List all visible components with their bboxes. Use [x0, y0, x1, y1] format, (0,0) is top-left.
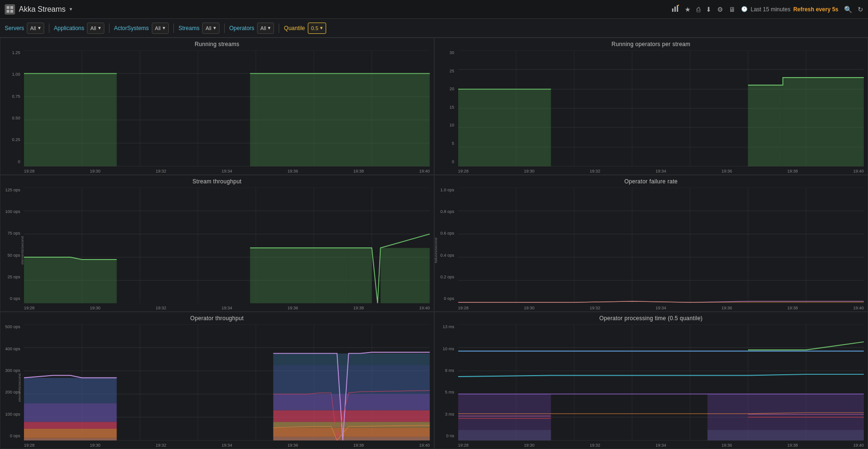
- operator-processing-time-svg: [458, 324, 864, 441]
- svg-marker-89: [273, 354, 430, 365]
- applications-dropdown[interactable]: All ▾: [87, 23, 104, 34]
- download-icon[interactable]: ⬇: [706, 6, 712, 13]
- operator-throughput-title: Operator throughput: [0, 312, 434, 323]
- quantile-dropdown[interactable]: 0.5 ▾: [308, 23, 326, 34]
- svg-rect-2: [7, 10, 9, 13]
- operator-throughput-svg: [24, 324, 430, 441]
- app-title: Akka Streams: [19, 5, 66, 14]
- running-streams-chart: 1.25 1.00 0.75 0.50 0.25 0: [0, 48, 434, 174]
- operator-processing-time-x-axis: 19:28 19:30 19:32 19:34 19:36 19:38 19:4…: [458, 443, 864, 448]
- svg-marker-20: [24, 73, 117, 166]
- top-bar: Akka Streams ▾ ★ ⎙ ⬇ ⚙ 🖥 🕐 Last 15 minut…: [0, 0, 868, 19]
- operator-throughput-panel: Operator throughput 500 ops 400 ops 300 …: [0, 312, 434, 449]
- svg-marker-37: [782, 78, 864, 166]
- title-dropdown-arrow[interactable]: ▾: [70, 6, 72, 12]
- applications-label[interactable]: Applications: [54, 25, 85, 32]
- bar-chart-icon[interactable]: [672, 5, 679, 14]
- running-operators-x-axis: 19:28 19:30 19:32 19:34 19:36 19:38 19:4…: [458, 169, 864, 173]
- streams-dropdown[interactable]: All ▾: [202, 23, 219, 34]
- svg-rect-7: [678, 5, 679, 6]
- operators-dropdown[interactable]: All ▾: [257, 23, 274, 34]
- operator-failure-rate-chart: 1.0 ops 0.8 ops 0.6 ops 0.4 ops 0.2 ops …: [435, 186, 868, 312]
- sep1: [49, 24, 49, 33]
- failure-rate-y-label: failures/second: [434, 238, 438, 263]
- operator-throughput-x-axis: 19:28 19:30 19:32 19:34 19:36 19:38 19:4…: [24, 443, 430, 448]
- svg-marker-86: [273, 410, 430, 422]
- svg-marker-80: [24, 422, 117, 429]
- running-operators-title: Running operators per stream: [435, 38, 868, 48]
- search-icon[interactable]: 🔍: [844, 6, 852, 13]
- stream-throughput-panel: Stream throughput 125 ops 100 ops 75 ops…: [0, 175, 434, 312]
- svg-marker-79: [24, 429, 117, 438]
- servers-dropdown[interactable]: All ▾: [27, 23, 44, 34]
- operator-failure-rate-x-axis: 19:28 19:30 19:32 19:34 19:36 19:38 19:4…: [458, 306, 864, 310]
- operator-failure-rate-title: Operator failure rate: [435, 175, 868, 186]
- svg-marker-84: [273, 428, 430, 437]
- running-operators-chart: 30 25 20 15 10 5 0: [435, 48, 868, 174]
- quantile-label[interactable]: Quantile: [284, 25, 305, 32]
- svg-rect-1: [10, 6, 13, 9]
- operator-failure-rate-svg: [458, 188, 864, 304]
- stream-throughput-svg: [24, 188, 430, 304]
- svg-marker-83: [273, 437, 430, 441]
- sep3: [173, 24, 174, 33]
- sep5: [279, 24, 279, 33]
- svg-rect-6: [677, 5, 678, 12]
- streams-label[interactable]: Streams: [179, 25, 200, 32]
- running-operators-panel: Running operators per stream 30 25 20 15…: [434, 38, 868, 175]
- running-operators-svg: [458, 50, 864, 166]
- running-streams-y-axis: 1.25 1.00 0.75 0.50 0.25 0: [1, 50, 22, 164]
- actorsystems-dropdown[interactable]: All ▾: [152, 23, 169, 34]
- filter-bar: Servers All ▾ Applications All ▾ ActorSy…: [0, 19, 868, 38]
- monitor-icon[interactable]: 🖥: [729, 6, 735, 13]
- svg-marker-52: [349, 248, 372, 303]
- op-throughput-y-label: elements/second: [17, 373, 22, 402]
- svg-marker-21: [250, 73, 430, 166]
- svg-rect-0: [7, 6, 9, 9]
- svg-rect-5: [674, 7, 676, 12]
- sep4: [224, 24, 225, 33]
- svg-marker-78: [24, 438, 117, 441]
- share-icon[interactable]: ⎙: [696, 6, 700, 13]
- operator-processing-time-title: Operator processing time (0.5 quantile): [435, 312, 868, 323]
- operators-label[interactable]: Operators: [229, 25, 254, 32]
- refresh-interval: Refresh every 5s: [793, 6, 838, 13]
- svg-marker-35: [458, 89, 551, 166]
- refresh-info: 🕐 Last 15 minutes Refresh every 5s: [741, 6, 838, 13]
- running-streams-x-axis: 19:28 19:30 19:32 19:34 19:36 19:38 19:4…: [24, 169, 430, 173]
- running-streams-svg: [24, 50, 430, 166]
- dashboard: Running streams 1.25 1.00 0.75 0.50 0.25…: [0, 38, 868, 449]
- svg-marker-104: [458, 430, 551, 441]
- svg-marker-81: [24, 403, 117, 422]
- sep2: [109, 24, 109, 33]
- stream-throughput-x-axis: 19:28 19:30 19:32 19:34 19:36 19:38 19:4…: [24, 306, 430, 310]
- refresh-label: Last 15 minutes: [751, 6, 790, 13]
- servers-label[interactable]: Servers: [5, 25, 24, 32]
- stream-throughput-chart: 125 ops 100 ops 75 ops 50 ops 25 ops 0 o…: [0, 186, 434, 312]
- svg-marker-88: [273, 365, 430, 394]
- stream-throughput-y-axis: 125 ops 100 ops 75 ops 50 ops 25 ops 0 o…: [1, 188, 22, 301]
- svg-marker-87: [273, 394, 430, 410]
- actorsystems-label[interactable]: ActorSystems: [114, 25, 149, 32]
- svg-marker-51: [250, 248, 349, 303]
- operator-throughput-chart: 500 ops 400 ops 300 ops 200 ops 100 ops …: [0, 323, 434, 449]
- svg-marker-36: [748, 85, 782, 166]
- app-icon: [5, 4, 15, 15]
- operator-failure-rate-y-axis: 1.0 ops 0.8 ops 0.6 ops 0.4 ops 0.2 ops …: [436, 188, 456, 301]
- stream-throughput-title: Stream throughput: [0, 175, 434, 186]
- operator-processing-time-chart: 13 ms 10 ms 8 ms 5 ms 3 ms 0 ns: [435, 323, 868, 449]
- operator-processing-time-panel: Operator processing time (0.5 quantile) …: [434, 312, 868, 449]
- svg-rect-3: [10, 10, 13, 13]
- svg-marker-82: [24, 378, 117, 403]
- running-streams-title: Running streams: [0, 38, 434, 48]
- reload-icon[interactable]: ↻: [858, 6, 863, 13]
- operator-processing-time-y-axis: 13 ms 10 ms 8 ms 5 ms 3 ms 0 ns: [436, 324, 456, 438]
- gear-icon[interactable]: ⚙: [717, 6, 723, 13]
- svg-marker-50: [24, 257, 117, 304]
- operator-failure-rate-panel: Operator failure rate 1.0 ops 0.8 ops 0.…: [434, 175, 868, 312]
- svg-rect-4: [672, 8, 673, 12]
- topbar-left: Akka Streams ▾: [5, 4, 72, 15]
- star-icon[interactable]: ★: [685, 6, 691, 13]
- topbar-right: ★ ⎙ ⬇ ⚙ 🖥 🕐 Last 15 minutes Refresh ever…: [672, 5, 863, 14]
- svg-marker-105: [707, 430, 864, 441]
